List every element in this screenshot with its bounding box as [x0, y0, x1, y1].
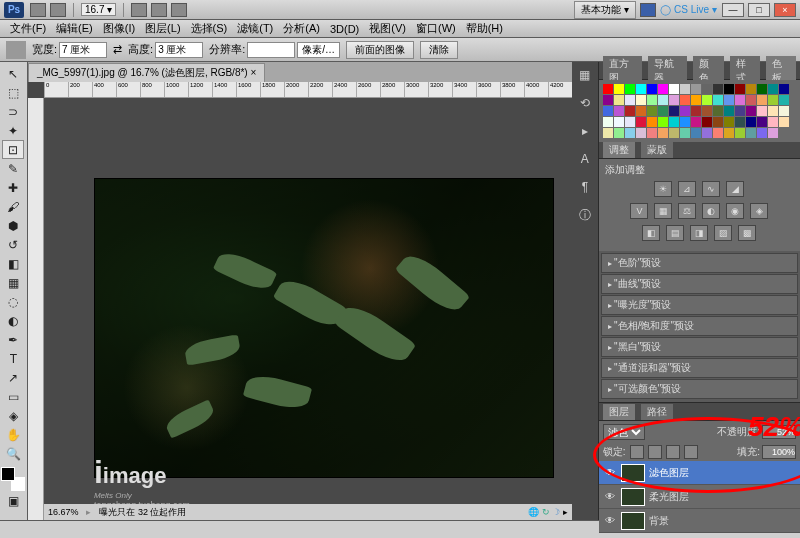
minibridge-icon[interactable] — [50, 3, 66, 17]
front-image-button[interactable]: 前面的图像 — [346, 41, 414, 59]
swatch[interactable] — [614, 95, 624, 105]
swatch[interactable] — [691, 106, 701, 116]
history-panel-icon[interactable]: ⟲ — [576, 94, 594, 112]
swatch[interactable] — [647, 128, 657, 138]
visibility-icon[interactable]: 👁 — [603, 467, 617, 478]
swatch[interactable] — [768, 84, 778, 94]
image-canvas[interactable] — [94, 178, 554, 478]
invert-icon[interactable]: ◧ — [642, 225, 660, 241]
preset-item[interactable]: "色相/饱和度"预设 — [601, 316, 798, 336]
maximize-button[interactable]: □ — [748, 3, 770, 17]
info-panel-icon[interactable]: ⓘ — [576, 206, 594, 224]
gradient-map-icon[interactable]: ▨ — [714, 225, 732, 241]
swatch[interactable] — [746, 128, 756, 138]
expand-icon[interactable] — [640, 3, 656, 17]
actions-panel-icon[interactable]: ▸ — [576, 122, 594, 140]
swatch[interactable] — [636, 128, 646, 138]
curves-icon[interactable]: ∿ — [702, 181, 720, 197]
layer-row[interactable]: 👁滤色图层 — [599, 461, 800, 485]
swatch[interactable] — [680, 84, 690, 94]
menu-item[interactable]: 窗口(W) — [412, 21, 460, 36]
swatch[interactable] — [658, 128, 668, 138]
swatch[interactable] — [702, 117, 712, 127]
hand-tool[interactable]: ✋ — [2, 425, 24, 444]
width-input[interactable] — [59, 42, 107, 58]
swatch[interactable] — [636, 95, 646, 105]
swatch[interactable] — [702, 106, 712, 116]
swatch[interactable] — [691, 128, 701, 138]
swatch[interactable] — [757, 106, 767, 116]
swatch[interactable] — [735, 84, 745, 94]
exposure-icon[interactable]: ◢ — [726, 181, 744, 197]
gradient-tool[interactable]: ▦ — [2, 273, 24, 292]
threshold-icon[interactable]: ◨ — [690, 225, 708, 241]
view-extras-icon[interactable] — [131, 3, 147, 17]
preset-item[interactable]: "色阶"预设 — [601, 253, 798, 273]
brush-tool[interactable]: 🖌 — [2, 197, 24, 216]
swatch[interactable] — [636, 106, 646, 116]
zoom-level-combo[interactable]: 16.7 ▾ — [81, 3, 116, 16]
swatch[interactable] — [724, 84, 734, 94]
swatch[interactable] — [746, 106, 756, 116]
swatch[interactable] — [724, 117, 734, 127]
status-toggle-icon[interactable]: ▸ — [563, 507, 568, 517]
swatch[interactable] — [636, 117, 646, 127]
swatch[interactable] — [614, 106, 624, 116]
swatch[interactable] — [768, 128, 778, 138]
swatch[interactable] — [603, 95, 613, 105]
close-button[interactable]: × — [774, 3, 796, 17]
swatch[interactable] — [757, 128, 767, 138]
swap-icon[interactable]: ⇄ — [113, 43, 122, 56]
resolution-unit-combo[interactable]: 像素/… — [297, 42, 340, 58]
swatch[interactable] — [768, 106, 778, 116]
swatch[interactable] — [603, 128, 613, 138]
swatch[interactable] — [735, 117, 745, 127]
screen-mode-icon[interactable] — [171, 3, 187, 17]
brightness-icon[interactable]: ☀ — [654, 181, 672, 197]
swatch[interactable] — [702, 95, 712, 105]
blur-tool[interactable]: ◌ — [2, 292, 24, 311]
menu-item[interactable]: 文件(F) — [6, 21, 50, 36]
swatch[interactable] — [713, 106, 723, 116]
menu-item[interactable]: 帮助(H) — [462, 21, 507, 36]
lock-pixels-icon[interactable] — [648, 445, 662, 459]
hue-icon[interactable]: ▦ — [654, 203, 672, 219]
clear-button[interactable]: 清除 — [420, 41, 458, 59]
crop-tool[interactable]: ⊡ — [2, 140, 24, 159]
swatch[interactable] — [658, 84, 668, 94]
document-tab[interactable]: _MG_5997(1).jpg @ 16.7% (滤色图层, RGB/8*) × — [28, 63, 265, 82]
swatch[interactable] — [691, 84, 701, 94]
arrange-docs-icon[interactable] — [151, 3, 167, 17]
swatch[interactable] — [625, 117, 635, 127]
swatch[interactable] — [691, 95, 701, 105]
wand-tool[interactable]: ✦ — [2, 121, 24, 140]
fill-input[interactable] — [762, 445, 796, 459]
foreground-color[interactable] — [1, 467, 15, 481]
swatch[interactable] — [724, 95, 734, 105]
swatch[interactable] — [680, 106, 690, 116]
photo-filter-icon[interactable]: ◉ — [726, 203, 744, 219]
swatch[interactable] — [625, 106, 635, 116]
menu-item[interactable]: 分析(A) — [279, 21, 324, 36]
eraser-tool[interactable]: ◧ — [2, 254, 24, 273]
path-tool[interactable]: ↗ — [2, 368, 24, 387]
vibrance-icon[interactable]: V — [630, 203, 648, 219]
swatch[interactable] — [625, 95, 635, 105]
swatch[interactable] — [779, 117, 789, 127]
swatch[interactable] — [669, 106, 679, 116]
layer-row[interactable]: 👁柔光图层 — [599, 485, 800, 509]
swatch[interactable] — [768, 95, 778, 105]
lock-all-icon[interactable] — [684, 445, 698, 459]
status-globe-icon[interactable]: 🌐 — [528, 507, 539, 517]
swatch[interactable] — [636, 84, 646, 94]
shape-tool[interactable]: ▭ — [2, 387, 24, 406]
swatch[interactable] — [647, 84, 657, 94]
levels-icon[interactable]: ⊿ — [678, 181, 696, 197]
swatch[interactable] — [647, 95, 657, 105]
eyedropper-tool[interactable]: ✎ — [2, 159, 24, 178]
swatch[interactable] — [757, 84, 767, 94]
swatch[interactable] — [647, 117, 657, 127]
swatches-panel[interactable] — [599, 80, 800, 142]
swatch[interactable] — [625, 84, 635, 94]
balance-icon[interactable]: ⚖ — [678, 203, 696, 219]
